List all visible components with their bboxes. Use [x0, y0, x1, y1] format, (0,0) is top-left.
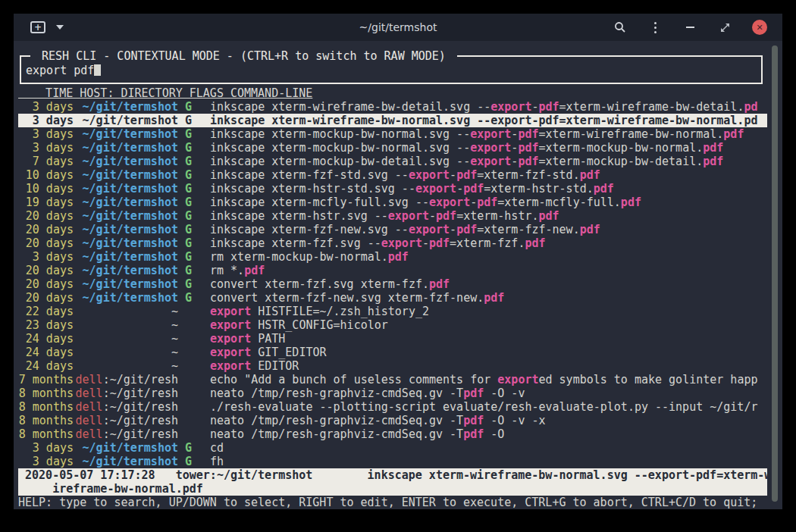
row-flags: G: [185, 236, 192, 250]
minimize-icon[interactable]: [682, 20, 697, 35]
row-directory: ~/git/termshot: [74, 209, 178, 223]
history-row[interactable]: 23 days~export HSTR_CONFIG=hicolor: [18, 318, 767, 332]
row-time: 19 days: [18, 196, 74, 209]
table-header: TIME HOST: DIRECTORY FLAGS COMMAND-LINE: [18, 86, 767, 100]
history-row[interactable]: 20 days~/git/termshotGrm *.pdf: [18, 264, 767, 277]
row-command-segment: inkscape xterm-mcfly-full.svg --: [210, 196, 429, 209]
row-command-segment: export: [429, 196, 470, 209]
history-row[interactable]: 20 days~/git/termshotGinkscape xterm-hst…: [18, 209, 767, 223]
row-directory-segment: ~/git/termshot: [83, 182, 178, 196]
history-row[interactable]: 24 days~export PATH: [18, 332, 767, 346]
close-icon[interactable]: ✕: [752, 20, 767, 35]
history-row[interactable]: 3 days~/git/termshotGinkscape xterm-mock…: [18, 141, 767, 155]
row-command-segment: pdf: [518, 141, 538, 155]
history-row[interactable]: 3 days~/git/termshotGinkscape xterm-mock…: [18, 127, 767, 141]
row-directory: ~/git/termshot: [74, 223, 178, 236]
scrollbar[interactable]: [772, 45, 778, 502]
row-command-segment: =xterm-wireframe-bw-normal.: [538, 127, 723, 141]
history-row[interactable]: 10 days~/git/termshotGinkscape xterm-hst…: [18, 182, 767, 196]
row-flags: [185, 427, 192, 441]
search-input[interactable]: export pdf: [26, 64, 101, 77]
row-command-segment: -: [456, 182, 463, 196]
row-command-segment: =xterm-wireframe-bw-detail.: [559, 100, 744, 114]
restore-icon[interactable]: [717, 20, 732, 35]
row-command-segment: =xterm-fzf.: [450, 236, 525, 250]
row-command-segment: export: [210, 318, 251, 332]
row-directory-segment: ~/git/termshot: [83, 223, 178, 236]
row-command-segment: rm *.: [210, 264, 244, 277]
row-time: 24 days: [18, 332, 74, 346]
history-row[interactable]: 20 days~/git/termshotGinkscape xterm-fzf…: [18, 223, 767, 236]
row-directory-segment: ~: [171, 332, 178, 346]
row-directory: ~: [74, 359, 178, 373]
row-directory: ~/git/termshot: [74, 182, 178, 196]
row-flags: [185, 346, 192, 359]
row-command-segment: =xterm-mcfly-full.: [497, 196, 621, 209]
row-command: inkscape xterm-fzf-new.svg --export-pdf=…: [210, 223, 767, 236]
row-directory-segment: :~/git/resh: [103, 400, 178, 414]
row-flags: [185, 373, 192, 386]
row-command: inkscape xterm-hstr.svg --export-pdf=xte…: [210, 209, 767, 223]
row-directory: ~/git/termshot: [74, 127, 178, 141]
history-row[interactable]: 3 days~/git/termshotGrm xterm-mockup-bw-…: [18, 250, 767, 264]
row-directory: dell:~/git/resh: [74, 400, 178, 414]
row-flags: [185, 400, 192, 414]
row-command-segment: pdf: [477, 196, 497, 209]
row-command-segment: -: [470, 196, 477, 209]
history-row[interactable]: 8 monthsdell:~/git/reshneato /tmp/resh-g…: [18, 386, 767, 400]
row-command-segment: pdf: [436, 209, 456, 223]
history-row[interactable]: 3 days~/git/termshotGinkscape xterm-wire…: [18, 114, 767, 127]
history-row[interactable]: 3 days~/git/termshotGcd: [18, 441, 767, 455]
row-command-segment: export: [409, 223, 450, 236]
row-command-segment: inkscape xterm-fzf.svg --: [210, 236, 381, 250]
row-flags: [185, 414, 192, 427]
history-row[interactable]: 7 days~/git/termshotGinkscape xterm-mock…: [18, 155, 767, 168]
row-time: 20 days: [18, 223, 74, 236]
row-time: 3 days: [18, 127, 74, 141]
search-icon[interactable]: [613, 20, 628, 35]
row-time: 24 days: [18, 359, 74, 373]
history-row[interactable]: 3 days~/git/termshotGfh: [18, 455, 767, 468]
row-directory-segment: dell: [76, 373, 103, 386]
row-command-segment: cd: [210, 441, 224, 455]
history-row[interactable]: 8 monthsdell:~/git/reshneato /tmp/resh-g…: [18, 427, 767, 441]
history-row[interactable]: 20 days~/git/termshotGconvert xterm-fzf.…: [18, 277, 767, 291]
kebab-menu-icon[interactable]: [647, 20, 663, 35]
row-command-segment: export: [470, 127, 511, 141]
row-flags: [185, 359, 192, 373]
row-command-segment: convert xterm-fzf-new.svg xterm-fzf-new.: [210, 291, 484, 305]
row-command-segment: =xterm-fzf-std.: [477, 168, 579, 182]
row-command-segment: export: [470, 141, 511, 155]
row-directory: ~: [74, 305, 178, 318]
status-bar: 2020-05-07 17:17:28 tower:~/git/termshot…: [18, 468, 767, 496]
row-directory: ~/git/termshot: [74, 264, 178, 277]
history-row[interactable]: 8 monthsdell:~/git/resh./resh-evaluate -…: [18, 400, 767, 414]
history-row[interactable]: 10 days~/git/termshotGinkscape xterm-fzf…: [18, 168, 767, 182]
history-row[interactable]: 7 monthsdell:~/git/reshecho "Add a bunch…: [18, 373, 767, 386]
row-command-segment: pdf: [429, 277, 450, 291]
row-command: fh: [210, 455, 767, 468]
history-row[interactable]: 19 days~/git/termshotGinkscape xterm-mcf…: [18, 196, 767, 209]
row-command-segment: HISTFILE=~/.zsh_history_2: [251, 305, 429, 318]
history-row[interactable]: 20 days~/git/termshotGinkscape xterm-fzf…: [18, 236, 767, 250]
row-directory-segment: ~/git/termshot: [83, 127, 178, 141]
history-row[interactable]: 8 monthsdell:~/git/reshneato /tmp/resh-g…: [18, 414, 767, 427]
history-row[interactable]: 24 days~export EDITOR: [18, 359, 767, 373]
row-command: inkscape xterm-mockup-bw-normal.svg --ex…: [210, 141, 767, 155]
row-command: rm xterm-mockup-bw-normal.pdf: [210, 250, 767, 264]
row-command: export EDITOR: [210, 359, 767, 373]
history-row[interactable]: 24 days~export GIT_EDITOR: [18, 346, 767, 359]
row-time: 7 days: [18, 155, 74, 168]
row-command: export GIT_EDITOR: [210, 346, 767, 359]
history-row[interactable]: 3 days~/git/termshotGinkscape xterm-wire…: [18, 100, 767, 114]
row-command: neato /tmp/resh-graphviz-cmdSeq.gv -Tpdf…: [210, 427, 767, 441]
history-row[interactable]: 22 days~export HISTFILE=~/.zsh_history_2: [18, 305, 767, 318]
row-time: 8 months: [18, 400, 74, 414]
terminal-screen[interactable]: RESH CLI - CONTEXTUAL MODE - (CTRL+R to …: [14, 41, 782, 509]
row-command-segment: -: [422, 236, 429, 250]
row-directory: ~: [74, 346, 178, 359]
row-command-segment: =xterm-hstr.: [456, 209, 538, 223]
row-directory-segment: ~/git/termshot: [83, 196, 178, 209]
row-flags: G: [185, 277, 192, 291]
history-row[interactable]: 20 days~/git/termshotGconvert xterm-fzf-…: [18, 291, 767, 305]
